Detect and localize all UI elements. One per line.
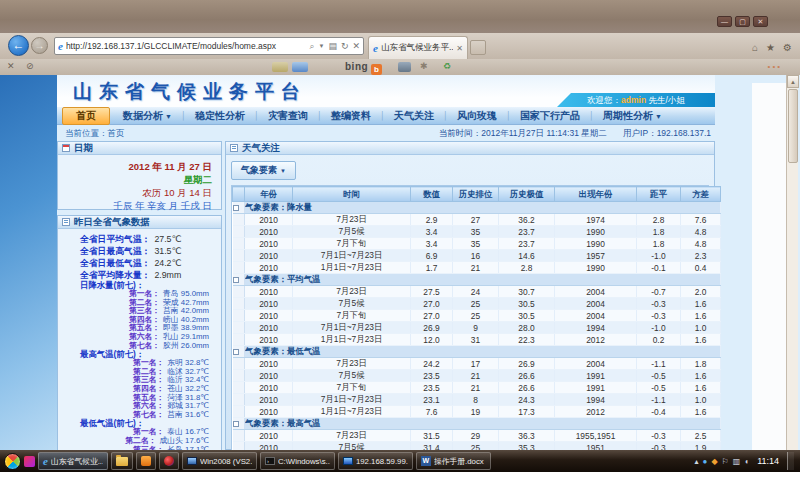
nav-item-7[interactable]: 风向玫瑰 [448,109,506,123]
search-dropdown-icon[interactable]: ▼ [318,43,324,49]
settings-gear-icon[interactable]: ⚙ [783,42,792,53]
group-row[interactable]: 气象要素：降水量 [233,202,721,214]
plugin-icon[interactable]: ♻ [443,61,451,71]
table-row[interactable]: 20107月23日2.92736.219742.87.6 [233,214,721,226]
nav-item-8[interactable]: 国家下行产品 [511,109,589,123]
table-row[interactable]: 20107月5候3.43523.719901.84.8 [233,226,721,238]
taskbar-ie-button[interactable]: e 山东省气候业... [38,452,108,470]
paw-icon[interactable]: ✱ [420,61,428,71]
cell: 26.9 [499,358,555,370]
taskbar-explorer-button[interactable] [111,452,133,470]
url-text[interactable]: http://192.168.137.1/GLCCLIMATE/modules/… [66,41,310,51]
bing-logo[interactable]: bingb [345,61,382,75]
table-row[interactable]: 20107月5候31.42535.31951-0.31.9 [233,442,721,451]
refresh-icon[interactable]: ↻ [341,41,349,51]
tray-expand-icon[interactable]: ▴ [695,457,699,466]
cell: 1.6 [681,310,721,322]
cell: 16 [453,250,499,262]
cell: 7月23日 [293,430,411,442]
nav-item-9[interactable]: 周期性分析▼ [594,109,671,123]
table-row[interactable]: 20107月23日31.52936.31955,1951-0.32.5 [233,430,721,442]
system-tray: ▴ ● ◆ ⚐ ▥ ◖ 11:14 [695,452,798,470]
taskbar-app-button[interactable] [136,452,156,470]
back-button[interactable]: ← [8,35,29,56]
search-icon[interactable]: ⌕ [309,41,314,52]
tab-close-icon[interactable]: ✕ [456,44,463,53]
element-filter-button[interactable]: 气象要素 ▼ [231,161,296,180]
checkbox-icon[interactable] [233,277,239,283]
close-button[interactable]: ✕ [753,16,768,27]
scroll-up-icon[interactable]: ▲ [787,75,799,88]
table-row[interactable]: 20101月1日~7月23日7.61917.32012-0.41.6 [233,406,721,418]
volume-icon[interactable]: ◖ [744,457,749,466]
taskbar-clock[interactable]: 11:14 [757,456,779,466]
table-row[interactable]: 20107月下旬3.43523.719901.84.8 [233,238,721,250]
favorites-star-icon[interactable]: ★ [766,42,775,53]
maximize-button[interactable]: ▢ [735,16,750,27]
cell: 27.0 [411,310,453,322]
nav-item-5[interactable]: 整编资料 [322,109,380,123]
table-row[interactable]: 20101月1日~7月23日1.7212.81990-0.10.4 [233,262,721,274]
group-row[interactable]: 气象要素：平均气温 [233,274,721,286]
start-button[interactable] [4,453,21,470]
taskbar-media-button[interactable] [159,452,179,470]
compatibility-view-icon[interactable]: ▤ [328,41,337,51]
browser-tab[interactable]: e 山东省气候业务平... ✕ [368,36,468,59]
forward-button[interactable]: → [31,37,48,54]
checkbox-icon[interactable] [233,349,239,355]
taskbar-window-button[interactable]: Win2008 (VS2... [182,452,257,470]
window-title: Win2008 (VS2... [200,457,252,466]
cell: 2.0 [681,286,721,298]
card-icon[interactable] [272,62,288,72]
table-row[interactable]: 20107月5候23.52126.61991-0.51.6 [233,370,721,382]
cell: 7.6 [411,406,453,418]
stop-icon[interactable]: ✕ [352,41,360,51]
table-row[interactable]: 20107月下旬23.52126.61991-0.51.6 [233,382,721,394]
nav-item-4[interactable]: 灾害查询 [259,109,317,123]
action-center-flag-icon[interactable]: ⚐ [722,457,729,466]
tray-update-icon[interactable]: ◆ [711,457,717,466]
new-tab-button[interactable] [470,40,486,55]
rank-value: 临沂 32.4℃ [167,375,209,384]
table-row[interactable]: 20107月1日~7月23日23.1824.31994-1.11.0 [233,394,721,406]
nav-item-6[interactable]: 天气关注 [385,109,443,123]
cell: 1.0 [681,394,721,406]
nav-item-3[interactable]: 稳定性分析 [186,109,254,123]
group-row[interactable]: 气象要素：最高气温 [233,418,721,430]
group-row[interactable]: 气象要素：最低气温 [233,346,721,358]
table-row[interactable]: 20107月1日~7月23日26.9928.01994-1.01.0 [233,322,721,334]
date-panel-header: 日期 [58,142,221,155]
toolbar-more-icon[interactable]: ••• [768,62,782,71]
tab-title[interactable]: 山东省气候业务平... [381,42,453,54]
show-desktop-button[interactable] [787,452,794,470]
cell: 19 [453,406,499,418]
block-icon[interactable]: ⊘ [26,61,34,71]
toolbar-close-icon[interactable]: ✕ [7,61,15,71]
pinned-app-icon[interactable] [24,456,35,467]
checkbox-icon[interactable] [233,421,239,427]
browser-scrollbar[interactable]: ▲ [786,75,798,450]
network-icon[interactable]: ▥ [733,457,741,466]
nav-item-1[interactable]: 首页 [62,107,110,125]
checkbox-icon[interactable] [233,205,239,211]
taskbar-window-button[interactable]: W操作手册.docx .. [416,452,491,470]
table-row[interactable]: 20107月5候27.02530.52004-0.31.6 [233,298,721,310]
bing-search-icon[interactable]: b [371,64,382,75]
scrollbar-thumb[interactable] [788,89,798,163]
table-row[interactable]: 20107月23日24.21726.92004-1.11.8 [233,358,721,370]
camera-icon[interactable] [398,62,411,72]
table-row[interactable]: 20107月23日27.52430.72004-0.72.0 [233,286,721,298]
table-row[interactable]: 20107月1日~7月23日6.91614.61957-1.02.3 [233,250,721,262]
nav-item-2[interactable]: 数据分析▼ [114,109,181,123]
tray-app-icon[interactable]: ● [703,457,708,466]
taskbar-window-button[interactable]: ›C:\Windows\s... [260,452,335,470]
home-icon[interactable]: ⌂ [752,42,758,53]
table-row[interactable]: 20107月下旬27.02530.52004-0.31.6 [233,310,721,322]
address-bar[interactable]: e http://192.168.137.1/GLCCLIMATE/module… [54,37,364,55]
taskbar-window-button[interactable]: 192.168.59.99... [338,452,413,470]
table-row[interactable]: 20101月1日~7月23日12.03122.320120.21.6 [233,334,721,346]
minimize-button[interactable]: — [717,16,732,27]
stat-value: 27.5℃ [154,234,181,244]
cell: 1974 [555,214,637,226]
mail-icon[interactable] [292,62,308,72]
